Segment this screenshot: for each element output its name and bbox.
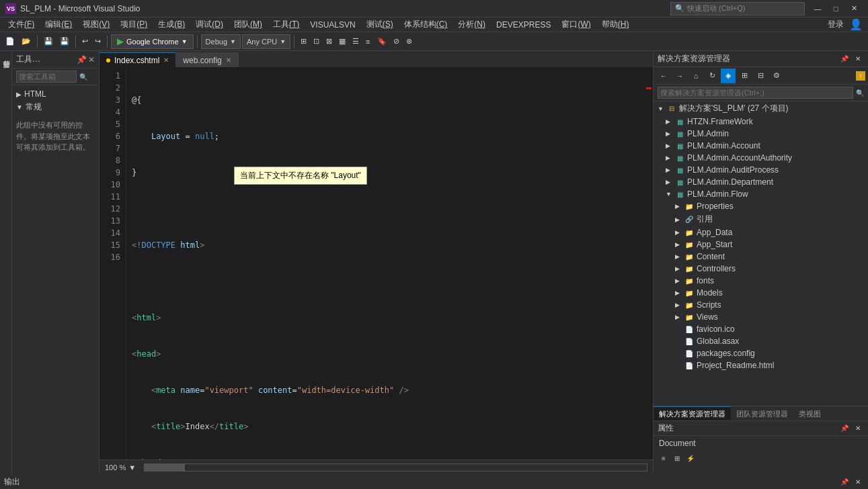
se-folder-fonts[interactable]: ▶ 📁 fonts [654, 275, 868, 287]
se-folder-ref[interactable]: ▶ 🔗 引用 [654, 212, 868, 226]
se-file-packages[interactable]: 📄 packages.config [654, 347, 868, 359]
menu-visualsvn[interactable]: VISUALSVN [305, 19, 360, 31]
run-dropdown-icon[interactable]: ▼ [182, 38, 188, 45]
menu-view[interactable]: 视图(V) [77, 17, 115, 32]
toolbar-btn-7[interactable]: 🔖 [374, 34, 389, 49]
menu-analyze[interactable]: 分析(N) [452, 17, 491, 32]
se-folder-appdata[interactable]: ▶ 📁 App_Data [654, 226, 868, 238]
prop-btn-3[interactable]: ⚡ [684, 452, 697, 464]
se-pin-icon[interactable]: 📌 [838, 53, 851, 65]
toolbar-btn-9[interactable]: ⊗ [403, 34, 415, 49]
prop-pin-icon[interactable]: 📌 [838, 423, 851, 435]
output-pin-icon[interactable]: 📌 [838, 476, 851, 488]
server-explorer-tab[interactable]: 服务器 [1, 54, 11, 94]
close-webconfig-icon[interactable]: ✕ [226, 56, 231, 64]
se-tab-team[interactable]: 团队资源管理器 [731, 406, 793, 421]
toolbar-btn-2[interactable]: ⊡ [311, 34, 322, 49]
se-tab-class[interactable]: 类视图 [793, 406, 826, 421]
menu-window[interactable]: 窗口(W) [556, 17, 596, 32]
se-folder-content[interactable]: ▶ 📁 Content [654, 251, 868, 263]
se-back-btn[interactable]: ← [656, 69, 671, 83]
se-folder-models[interactable]: ▶ 📁 Models [654, 287, 868, 299]
se-home-btn[interactable]: ⌂ [688, 69, 703, 83]
h-scroll-thumb[interactable] [145, 464, 185, 471]
prop-btn-1[interactable]: ≡ [658, 452, 670, 464]
se-properties-btn[interactable]: ⚙ [769, 69, 784, 83]
se-solution-root[interactable]: ▼ ⊟ 解决方案'SL_PLM' (27 个项目) [654, 101, 868, 116]
toolbar-btn-4[interactable]: ▦ [336, 34, 348, 49]
redo-btn[interactable]: ↪ [92, 34, 104, 49]
minimize-button[interactable]: — [809, 0, 826, 17]
se-collapse-btn[interactable]: ⊟ [753, 69, 768, 83]
code-editor[interactable]: @{ Layout = null; } <!DOCTYPE html> <htm… [126, 67, 643, 459]
menu-tools[interactable]: 工具(T) [268, 17, 305, 32]
se-project-htzn[interactable]: ▶ ▦ HTZN.FrameWork [654, 116, 868, 128]
menu-debug[interactable]: 调试(D) [190, 17, 229, 32]
se-active-btn[interactable]: ◈ [721, 69, 736, 83]
file-icon: 📄 [684, 361, 694, 370]
toolbox-html-group[interactable]: ▶ HTML [12, 88, 99, 100]
maximize-button[interactable]: □ [827, 0, 844, 17]
toolbar-btn-6[interactable]: ≡ [363, 34, 372, 49]
se-close-icon[interactable]: ✕ [852, 53, 864, 65]
menu-project[interactable]: 项目(P) [115, 17, 153, 32]
solution-arrow-icon: ▼ [658, 105, 664, 112]
se-project-plm-accountauth[interactable]: ▶ ▦ PLM.Admin.AccountAuthority [654, 152, 868, 164]
menu-help[interactable]: 帮助(H) [596, 17, 635, 32]
run-button[interactable]: ▶ Google Chrome ▼ [111, 34, 194, 49]
se-search-input[interactable] [658, 87, 853, 99]
h-scrollbar[interactable] [144, 463, 647, 472]
zoom-dropdown-icon[interactable]: ▼ [128, 463, 136, 472]
menu-devexpress[interactable]: DEVEXPRESS [491, 19, 556, 31]
se-project-plm-dept[interactable]: ▶ ▦ PLM.Admin.Department [654, 176, 868, 188]
new-project-btn[interactable]: 📄 [3, 34, 17, 49]
se-files-btn[interactable]: ⊞ [737, 69, 752, 83]
se-file-global[interactable]: 📄 Global.asax [654, 335, 868, 347]
menu-team[interactable]: 团队(M) [229, 17, 268, 32]
toolbar-btn-1[interactable]: ⊞ [298, 34, 309, 49]
se-project-plm-flow[interactable]: ▼ ▦ PLM.Admin.Flow [654, 188, 868, 200]
toolbar-btn-8[interactable]: ⊘ [391, 34, 402, 49]
output-close-icon[interactable]: ✕ [852, 476, 864, 488]
se-project-plm-admin[interactable]: ▶ ▦ PLM.Admin [654, 128, 868, 140]
se-folder-scripts[interactable]: ▶ 📁 Scripts [654, 299, 868, 311]
se-tab-solution[interactable]: 解决方案资源管理器 [654, 406, 731, 421]
close-tab-icon[interactable]: ✕ [163, 56, 169, 64]
se-refresh-btn[interactable]: ↻ [705, 69, 719, 83]
se-folder-views[interactable]: ▶ 📁 Views [654, 311, 868, 323]
menu-edit[interactable]: 编辑(E) [40, 17, 77, 32]
save-all-btn[interactable]: 💾 [57, 34, 72, 49]
close-button[interactable]: ✕ [845, 0, 863, 17]
debug-dropdown[interactable]: Debug ▼ [201, 34, 241, 49]
code-line: <head> [132, 348, 638, 360]
se-folder-appstart[interactable]: ▶ 📁 App_Start [654, 238, 868, 251]
se-forward-btn[interactable]: → [672, 69, 687, 83]
quick-search[interactable]: 🔍 快速启动 (Ctrl+Q) [670, 2, 805, 15]
undo-btn[interactable]: ↩ [79, 34, 91, 49]
toolbox-pin-icon[interactable]: 📌 [77, 55, 87, 64]
menu-file[interactable]: 文件(F) [3, 17, 40, 32]
tab-index-cshtml[interactable]: Index.cshtml ✕ [100, 52, 176, 67]
toolbox-close-icon[interactable]: ✕ [88, 55, 95, 64]
arch-dropdown[interactable]: Any CPU ▼ [242, 34, 290, 49]
se-file-readme[interactable]: 📄 Project_Readme.html [654, 359, 868, 371]
toolbox-search-input[interactable] [16, 71, 77, 83]
se-folder-properties[interactable]: ▶ 📁 Properties [654, 200, 868, 212]
menu-test[interactable]: 测试(S) [361, 17, 399, 32]
se-file-favicon[interactable]: 📄 favicon.ico [654, 323, 868, 335]
menu-architecture[interactable]: 体系结构(C) [399, 17, 453, 32]
open-btn[interactable]: 📂 [19, 34, 34, 49]
account-icon[interactable]: 👤 [849, 18, 863, 31]
tab-web-config[interactable]: web.config ✕ [176, 52, 238, 67]
toolbar-btn-3[interactable]: ⊠ [323, 34, 335, 49]
prop-close-icon[interactable]: ✕ [852, 423, 864, 435]
se-project-plm-audit[interactable]: ▶ ▦ PLM.Admin.AuditProcess [654, 164, 868, 176]
menu-build[interactable]: 生成(B) [153, 17, 190, 32]
se-folder-controllers[interactable]: ▶ 📁 Controllers [654, 263, 868, 275]
save-btn[interactable]: 💾 [41, 34, 56, 49]
se-project-plm-account[interactable]: ▶ ▦ PLM.Admin.Account [654, 140, 868, 152]
toolbox-general-group[interactable]: ▼ 常规 [12, 100, 99, 114]
login-button[interactable]: 登录 [822, 17, 849, 32]
toolbar-btn-5[interactable]: ☰ [350, 34, 362, 49]
prop-btn-2[interactable]: ⊞ [671, 452, 683, 464]
